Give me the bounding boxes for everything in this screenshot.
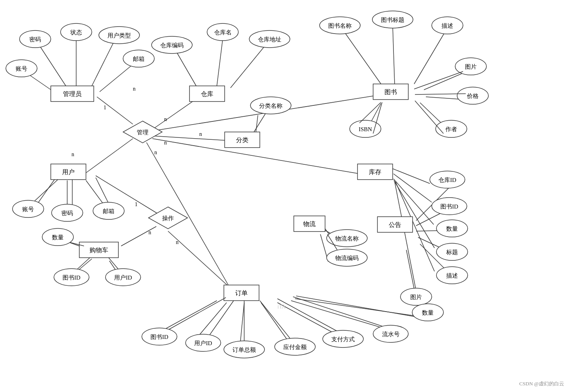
label-operate-1: 1 bbox=[135, 201, 138, 207]
svg-text:数量: 数量 bbox=[52, 234, 64, 241]
svg-text:标题: 标题 bbox=[446, 249, 458, 255]
svg-text:支付方式: 支付方式 bbox=[331, 336, 355, 342]
svg-text:图书ID: 图书ID bbox=[440, 203, 458, 210]
svg-line-83 bbox=[393, 174, 432, 202]
svg-text:仓库名: 仓库名 bbox=[214, 29, 232, 36]
svg-line-110 bbox=[209, 301, 234, 336]
svg-line-71 bbox=[254, 113, 266, 132]
svg-text:图书ID: 图书ID bbox=[63, 274, 80, 281]
svg-text:管理: 管理 bbox=[137, 129, 148, 135]
svg-text:图书标题: 图书标题 bbox=[381, 17, 404, 23]
svg-text:图片: 图片 bbox=[465, 64, 477, 70]
svg-line-97 bbox=[76, 258, 90, 270]
svg-line-64 bbox=[414, 71, 463, 89]
svg-line-13 bbox=[217, 39, 223, 86]
label-manage-n4: n bbox=[164, 116, 167, 122]
svg-text:邮箱: 邮箱 bbox=[103, 208, 114, 214]
svg-text:购物车: 购物车 bbox=[89, 247, 108, 253]
entity-manager-label: 管理员 bbox=[63, 91, 82, 97]
label-manage-n2: n bbox=[72, 151, 74, 157]
svg-text:描述: 描述 bbox=[442, 23, 453, 29]
svg-text:仓库: 仓库 bbox=[201, 91, 213, 97]
svg-text:仓库ID: 仓库ID bbox=[438, 177, 456, 183]
watermark-ita: iTA bbox=[277, 304, 286, 310]
svg-text:账号: 账号 bbox=[16, 66, 27, 72]
svg-text:库存: 库存 bbox=[369, 169, 381, 175]
svg-text:仓库地址: 仓库地址 bbox=[258, 36, 281, 43]
svg-text:数量: 数量 bbox=[446, 226, 458, 232]
svg-text:账号: 账号 bbox=[22, 206, 34, 212]
svg-text:物流: 物流 bbox=[303, 221, 316, 227]
svg-line-114 bbox=[260, 301, 291, 340]
svg-line-4 bbox=[100, 64, 133, 92]
label-manage-n1: n bbox=[133, 86, 136, 92]
svg-text:仓库编码: 仓库编码 bbox=[160, 42, 184, 48]
svg-line-78 bbox=[86, 180, 104, 204]
svg-line-34 bbox=[240, 303, 244, 343]
svg-text:应付金额: 应付金额 bbox=[283, 344, 307, 350]
svg-text:流水号: 流水号 bbox=[382, 331, 400, 337]
svg-text:图片: 图片 bbox=[410, 294, 422, 300]
svg-line-15 bbox=[344, 31, 381, 84]
svg-text:用户: 用户 bbox=[62, 169, 75, 175]
watermark: CSDN @虚幻的白云 bbox=[519, 380, 564, 387]
label-operate-n2: n bbox=[176, 239, 179, 245]
svg-text:图书: 图书 bbox=[384, 89, 397, 95]
svg-text:物流编码: 物流编码 bbox=[335, 255, 359, 261]
svg-text:分类: 分类 bbox=[236, 137, 248, 143]
svg-text:图书ID: 图书ID bbox=[150, 334, 168, 340]
svg-text:分类名称: 分类名称 bbox=[259, 103, 282, 109]
svg-text:用户ID: 用户ID bbox=[114, 274, 132, 281]
svg-text:订单: 订单 bbox=[235, 290, 248, 296]
label-operate-n1: n bbox=[148, 230, 151, 235]
svg-text:价格: 价格 bbox=[467, 93, 479, 99]
svg-line-99 bbox=[109, 258, 119, 270]
svg-line-91 bbox=[395, 182, 416, 291]
svg-line-17 bbox=[414, 31, 445, 84]
svg-line-81 bbox=[393, 169, 430, 184]
svg-line-6 bbox=[150, 97, 199, 131]
svg-line-14 bbox=[231, 45, 266, 88]
svg-text:订单总额: 订单总额 bbox=[232, 347, 256, 353]
svg-text:密码: 密码 bbox=[29, 36, 41, 43]
svg-line-74 bbox=[33, 180, 58, 202]
svg-text:状态: 状态 bbox=[70, 29, 82, 36]
svg-text:作者: 作者 bbox=[445, 126, 457, 132]
svg-line-12 bbox=[176, 51, 197, 88]
label-manage-1: 1 bbox=[104, 105, 106, 110]
svg-line-7 bbox=[82, 139, 133, 176]
label-manage-n6: n bbox=[154, 150, 157, 155]
svg-line-87 bbox=[394, 180, 434, 248]
svg-line-36 bbox=[277, 303, 335, 334]
svg-text:用户ID: 用户ID bbox=[194, 340, 212, 346]
svg-line-22 bbox=[256, 115, 258, 132]
svg-text:物流名称: 物流名称 bbox=[335, 235, 359, 242]
svg-line-0 bbox=[39, 45, 68, 90]
svg-text:描述: 描述 bbox=[446, 273, 458, 279]
svg-text:用户类型: 用户类型 bbox=[107, 32, 131, 39]
svg-line-118 bbox=[293, 297, 388, 328]
svg-text:公告: 公告 bbox=[389, 221, 401, 228]
svg-text:图书名称: 图书名称 bbox=[328, 23, 352, 29]
svg-text:ISBN: ISBN bbox=[359, 126, 372, 132]
svg-line-5 bbox=[97, 97, 133, 124]
svg-line-46 bbox=[406, 250, 414, 289]
label-manage-n5: n bbox=[164, 140, 167, 146]
svg-line-66 bbox=[415, 101, 443, 134]
svg-text:密码: 密码 bbox=[61, 210, 73, 216]
label-manage-n3: n bbox=[199, 131, 202, 137]
svg-line-16 bbox=[393, 25, 395, 84]
svg-text:数量: 数量 bbox=[422, 310, 434, 316]
svg-line-68 bbox=[359, 102, 381, 123]
svg-line-18 bbox=[424, 72, 465, 90]
svg-text:操作: 操作 bbox=[162, 215, 174, 221]
svg-text:邮箱: 邮箱 bbox=[133, 56, 145, 62]
svg-line-2 bbox=[90, 43, 113, 90]
